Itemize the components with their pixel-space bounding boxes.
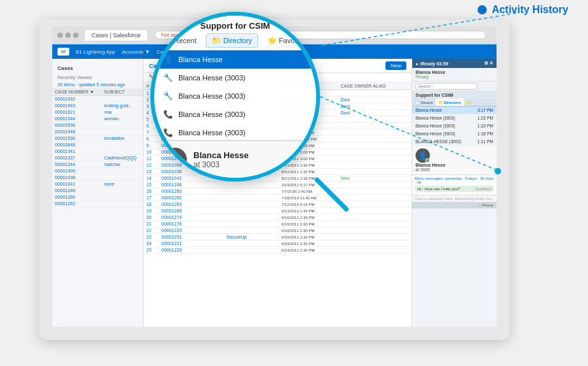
phone-icons[interactable]: ⚙ ✕ [484,61,493,66]
nav-accounts[interactable]: Accounts ▼ [122,49,150,55]
sidebar-row[interactable]: 00003536 [52,122,143,129]
table-row[interactable]: 150000124810/3/2011 5:17 PM [144,182,412,188]
mag-list-item-1[interactable]: 🔧 Blanca Hesse (3003) [154,69,316,87]
table-row[interactable]: 1400001041none6/11/2011 2:30 PMNew [144,175,412,182]
phone-bottom-label[interactable]: ↓ Phone [412,202,497,208]
table-row[interactable]: 18000012637/12/2014 6:14 PM [144,201,412,208]
table-row[interactable]: 20000012746/16/2011 2:30 PM [144,214,412,221]
mag-item-icon-1: 🔧 [163,73,173,82]
phone-item-time: 1:23 PM [478,116,493,120]
sidebar-row[interactable]: 00001044woman [52,116,143,122]
phone-panel: ● iReady 03:59 ⚙ ✕ Blanca Hesse Ready Su… [412,59,497,327]
sidebar-th-case: CASE NUMBER ▼ [52,88,101,96]
activity-history-dot [478,5,487,14]
table-row[interactable]: 25000012295/14/2011 2:30 PM [144,247,412,254]
phone-list-item[interactable]: Blanca Hesse (3002) 1:23 PM [412,114,497,122]
table-row[interactable]: 21000012766/16/2011 2:30 PM [144,221,412,227]
table-row[interactable]: 16000012607/7/2016 2:40 AM [144,188,412,195]
mag-item-icon-4: 📞 [163,128,173,137]
sidebar-recently-viewed[interactable]: Recently Viewed [52,74,143,81]
table-row[interactable]: 19000012689/13/2013 1:44 PM [144,208,412,214]
sidebar-row[interactable]: 00001337CaelHero0QQQ [52,155,143,161]
th-owner[interactable]: CASE OWNER ALIAS [338,82,412,90]
mag-list-item-3[interactable]: 📞 Blanca Hesse (3003) [154,105,316,124]
phone-tab-recent[interactable]: 🕐 Recent [412,99,436,106]
phone-item-name: Blanca Hesse [416,108,442,112]
magnifier-circle: Support for CSIM 🕐 Recent 📁 Directory ⭐ … [150,12,320,182]
phone-card-ext: at 3003 [416,167,493,172]
phone-contact-name-display: Blanca Hesse Ready [412,68,497,82]
phone-tabs: 🕐 Recent 📁 Directory ⭐ [412,99,497,107]
phone-list-item[interactable]: Blanca Hesse (3003) 1:23 PM [412,122,497,130]
mag-tab-recent-label: Recent [174,37,197,44]
favorites-tab-icon: ⭐ [267,36,277,45]
sidebar-row[interactable]: 00001262 [52,201,143,207]
mag-list-item-0[interactable]: 👤 Blanca Hesse [154,50,316,69]
mag-tab-directory[interactable]: 📁 Directory [206,33,258,48]
sidebar-row[interactable]: 00001009 [52,168,143,175]
browser-dot-3 [73,33,78,38]
sidebar-row[interactable]: 00001248 [52,188,143,194]
phone-contact-card: 👤 Blanca Hesse at 3003 [412,146,497,175]
phone-card-avatar: 👤 [416,148,430,163]
sidebar-row[interactable]: 00001038 [52,175,143,181]
mag-item-text-1: Blanca Hesse (3003) [178,74,246,82]
phone-avatar-online-badge [425,158,430,163]
sidebar-row[interactable]: 00001943looking guid... [52,103,143,109]
mag-tab-directory-label: Directory [223,37,252,44]
phone-contact-status: Ready [416,75,493,79]
sidebar-row[interactable]: 00001590escalation [52,135,143,142]
mag-item-text-4: Blanca Hesse (3003) [178,129,246,137]
table-row[interactable]: 2300001251SecureUp6/16/2011 2:30 PM [144,234,412,241]
phone-tab-favorites[interactable]: ⭐ [464,99,474,106]
magnifier-tabs: 🕐 Recent 📁 Directory ⭐ Favorites [154,33,316,50]
new-button[interactable]: New [385,61,406,70]
salesforce-logo: SF [57,48,69,56]
sidebar-row[interactable]: 00001932 [52,96,143,103]
phone-message-sender: AutoRecd [476,187,491,191]
phone-panel-header: ● iReady 03:59 ⚙ ✕ [412,59,497,68]
phone-item-name: Blanca Hesse (3003) [416,124,455,128]
sidebar-row[interactable]: 00001041none [52,181,143,188]
mag-item-text-0: Blanca Hesse [178,56,223,63]
magnifier-contact-name: Blanca Hesse [193,150,249,160]
nav-app-name[interactable]: B1 Lightning App [76,49,116,55]
phone-list-item[interactable]: Blanca Hesse (3003) 1:18 PM [412,130,497,138]
mag-item-icon-0: 👤 [163,55,173,64]
browser-dot-1 [57,33,63,38]
mag-list-item-2[interactable]: 🔧 Blanca Hesse (3003) [154,87,316,105]
phone-list-item[interactable]: BLANCA HESSE (3003) 1:11 PM [412,138,497,146]
phone-list-item[interactable]: Blanca Hesse 3:17 PM [412,107,497,114]
browser-tab[interactable]: Cases | Salesforce [85,30,147,41]
sidebar-row[interactable]: 00001260 [52,194,143,201]
phone-contact-name: Blanca Hesse [416,70,493,75]
sidebar-row[interactable]: 00001921nna [52,109,143,116]
phone-tab-directory[interactable]: 📁 Directory [436,99,464,106]
table-row[interactable]: 22000012206/16/2011 2:30 PM [144,227,412,234]
mag-list-item-4[interactable]: 📞 Blanca Hesse (3003) [154,124,316,140]
phone-item-time: 3:17 PM [478,108,493,112]
magnifier-contact-info: Blanca Hesse at 3003 [193,150,249,169]
sidebar-table: CASE NUMBER ▼ SUBJECT 00001932 00001943l… [52,88,143,207]
table-row[interactable]: 24000012216/16/2011 2:30 PM [144,241,412,247]
magnifier-avatar-badge [179,163,187,171]
phone-message-bubble: Hi - How can I help you? AutoRecd [415,186,494,192]
sidebar-row[interactable]: 00001948 [52,129,143,135]
mag-item-icon-3: 📞 [163,110,173,119]
phone-message-area: More messages: yesterday · 5 days · 30 d… [412,175,497,195]
phone-search-input[interactable] [416,83,478,90]
sidebar-row[interactable]: 00003848 [52,142,143,148]
phone-item-name: Blanca Hesse (3003) [416,131,455,136]
sidebar-row[interactable]: 00001341 [52,148,143,155]
activity-history-text: Activity History [492,4,568,16]
sidebar-row[interactable]: 00001244matchai [52,161,143,168]
phone-card-info: Blanca Hesse at 3003 [416,163,493,172]
mag-item-text-3: Blanca Hesse (3003) [178,110,246,118]
phone-message-input[interactable]: Type a message here, followed by Enter k… [412,195,497,202]
browser-dot-2 [65,33,71,38]
phone-message-link[interactable]: More messages: yesterday · 5 days · 30 d… [415,176,494,184]
mag-item-text-2: Blanca Hesse (3003) [178,92,246,100]
sidebar-info-row: 26 items · updated 5 minutes ago [52,81,143,88]
table-row[interactable]: 17000012627/18/2014 11:40 AM [144,195,412,201]
phone-item-time: 1:23 PM [478,124,493,128]
